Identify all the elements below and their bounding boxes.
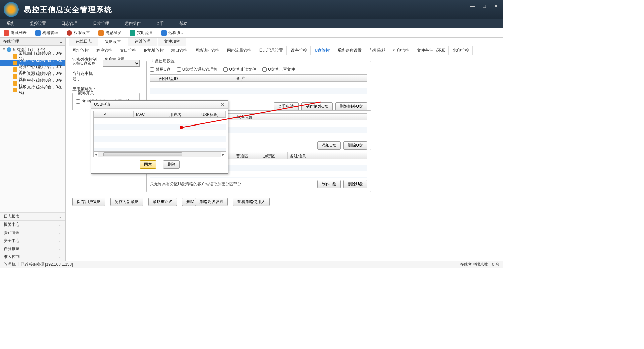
tab-policy-setting[interactable]: 策略设置 [99,38,127,46]
status-client-count: 在线客户端总数：0 台 [460,262,499,267]
disable-usb-checkbox[interactable] [150,67,154,72]
chk-label: 禁用U盘 [156,67,171,72]
tab-online-log[interactable]: 在线日志 [69,38,98,46]
tool-hide-list[interactable]: 隐藏列表 [4,30,27,36]
exception-usb-table: 例外U盘ID 备 注 [150,74,367,100]
delete-usb-button[interactable]: 删除U盘 [343,141,367,150]
subtab-14[interactable]: 水印管控 [449,46,473,55]
close-button[interactable]: ✕ [493,4,499,8]
add-usb-button[interactable]: 添加U盘 [317,141,341,150]
subtab-0[interactable]: 网址管控 [69,46,92,55]
dialog-delete-button[interactable]: 删除 [163,160,180,169]
save-as-button[interactable]: 另存为新策略 [110,198,143,206]
policy-action-buttons: 保存用户策略 另存为新策略 策略重命名 删除所选策略 [72,198,215,206]
subtab-6[interactable]: 网络流量管控 [224,46,255,55]
advanced-setting-button[interactable]: 策略高级设置 [195,198,228,206]
scroll-right-icon[interactable]: ▸ [221,152,226,157]
chevron-down-icon: ⌄ [59,247,62,251]
tab-ops[interactable]: 运维管理 [128,38,157,46]
notify-admin-checkbox[interactable] [177,67,181,72]
tab-file-encrypt[interactable]: 文件加密 [158,38,186,46]
subtab-4[interactable]: 端口管控 [168,46,191,55]
th-normal: 普通区 [234,152,261,159]
nav-security[interactable]: 安全中心⌄ [0,237,65,245]
subtab-8[interactable]: 设备管控 [287,46,311,55]
save-policy-button[interactable]: 保存用户策略 [72,198,105,206]
delete-usb-button2[interactable]: 删除U盘 [343,180,367,188]
tool-permission[interactable]: 权限设置 [67,30,90,36]
usb-legend: U盘使用设置 [150,58,176,64]
no-write-checkbox[interactable] [262,67,267,72]
chevron-down-icon: ⌄ [59,214,62,219]
menu-log[interactable]: 日志管理 [59,19,80,28]
subtab-7[interactable]: 日志记录设置 [256,46,287,55]
tool-traffic[interactable]: 实时流量 [130,30,153,36]
usb-request-dialog: USB申请 ✕ IP MAC 用户名 USB标识 [91,100,228,174]
menu-view[interactable]: 查看 [153,19,167,28]
subtab-5[interactable]: 网络访问管控 [192,46,223,55]
nav-access[interactable]: 准入控制⌄ [0,253,65,261]
client-priority-checkbox[interactable] [76,99,80,104]
agree-button[interactable]: 同意 [140,160,156,169]
minimize-button[interactable]: — [469,4,476,8]
tool-message[interactable]: 消息群发 [98,30,121,36]
th-mac: MAC [134,111,167,117]
tree-label: 技术支持 (总共0台，0在线) [19,84,64,96]
subtab-10[interactable]: 系统参数设置 [334,46,365,55]
nav-task[interactable]: 任务推送⌄ [0,245,65,253]
dialog-titlebar[interactable]: USB申请 ✕ [91,101,228,109]
table-body[interactable] [150,82,367,100]
chk-label: U盘禁止写文件 [268,67,295,72]
no-read-checkbox[interactable] [223,67,228,72]
nav-asset[interactable]: 资产管理⌄ [0,229,65,237]
content-area: 选择U盘策略 当前选中机器： 应用策略为： 策略开关 客户端策略优先级高于本地 … [66,55,503,261]
nav-label: 准入控制 [4,254,20,260]
title-bar: 易控王信息安全管理系统 — □ ✕ [0,0,503,19]
secondary-tabs: 网址管控 程序管控 窗口管控 IP地址管控 端口管控 网络访问管控 网络流量管控… [66,46,503,55]
permission-icon [67,30,72,36]
subtab-11[interactable]: 节能降耗 [366,46,389,55]
maximize-button[interactable]: □ [481,4,488,8]
menu-daily[interactable]: 日常管理 [90,19,112,28]
view-users-button[interactable]: 查看策略使用人 [233,198,270,206]
delete-exception-button[interactable]: 删除例外U盘 [335,102,367,111]
make-exception-button[interactable]: 制作例外U盘 [301,102,333,111]
policy-extra-buttons: 策略高级设置 查看策略使用人 [195,198,270,206]
nav-alarm[interactable]: 报警中心⌄ [0,220,65,229]
menu-help[interactable]: 帮助 [177,19,190,28]
tree-item-5[interactable]: 技术支持 (总共0台，0在线) [0,87,65,93]
subtab-9-usb[interactable]: U盘管控 [311,46,333,55]
primary-tabs: 在线日志 策略设置 运维管理 文件加密 [66,38,503,46]
menu-monitor[interactable]: 监控设置 [27,19,49,28]
dialog-close-button[interactable]: ✕ [220,102,225,107]
sidebar-header[interactable]: 在线管理 ⌄ [0,38,65,46]
subtab-3[interactable]: IP地址管控 [141,46,167,55]
view-request-button[interactable]: 查看申请 [274,102,299,111]
tool-label: 远程协助 [168,30,184,36]
scroll-track[interactable] [98,152,221,157]
tool-remote-assist[interactable]: 远程协助 [161,30,184,36]
subtab-12[interactable]: 打印管控 [390,46,413,55]
subtab-1[interactable]: 程序管控 [93,46,116,55]
tool-machine[interactable]: 机器管理 [35,30,58,36]
dialog-title: USB申请 [94,102,110,107]
table-body[interactable] [94,118,226,151]
rename-policy-button[interactable]: 策略重命名 [148,198,177,206]
dialog-hscrollbar[interactable]: ◂ ▸ [93,152,226,157]
subtab-2[interactable]: 窗口管控 [117,46,140,55]
expander-icon[interactable]: ⊟ [2,47,6,52]
app-logo-icon [4,2,19,17]
menu-system[interactable]: 系统 [4,19,17,28]
policy-select[interactable] [103,60,140,67]
scroll-thumb[interactable] [103,152,182,156]
main-panel: 在线日志 策略设置 运维管理 文件加密 网址管控 程序管控 窗口管控 IP地址管… [66,38,503,261]
subtab-13[interactable]: 文件备份与还原 [414,46,449,55]
scroll-left-icon[interactable]: ◂ [94,152,98,157]
nav-log-report[interactable]: 日志报表⌄ [0,212,65,220]
make-usb-button[interactable]: 制作U盘 [317,180,341,188]
status-bar: 管理机 | 已连接服务器[192.168.1.158] 在线客户端总数：0 台 [0,261,503,268]
sidebar-header-label: 在线管理 [3,39,19,44]
dept-icon [13,74,17,79]
menu-remote[interactable]: 远程操作 [122,19,143,28]
th-blank4 [94,111,100,117]
